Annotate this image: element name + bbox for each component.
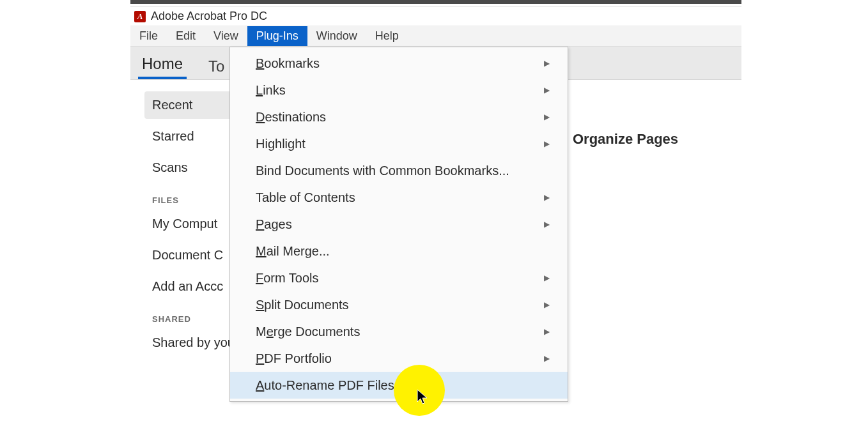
dd-pdf-portfolio[interactable]: PDF Portfolio ▶ xyxy=(230,345,568,372)
acrobat-icon: A xyxy=(134,11,146,22)
dd-destinations[interactable]: Destinations ▶ xyxy=(230,103,568,130)
dd-split-label: plit Documents xyxy=(264,298,348,312)
dd-portfolio-label: DF Portfolio xyxy=(264,351,332,365)
plugins-dropdown: Bookmarks ▶ Links ▶ Destinations ▶ Highl… xyxy=(229,47,568,402)
dd-form-tools[interactable]: Form Tools ▶ xyxy=(230,264,568,291)
dd-toc-label: Table of Contents xyxy=(256,190,355,205)
submenu-arrow-icon: ▶ xyxy=(544,273,550,282)
submenu-arrow-icon: ▶ xyxy=(544,354,550,363)
tool-organize-pages[interactable]: Organize Pages xyxy=(573,131,741,148)
dd-highlight-label: Highlight xyxy=(256,137,306,151)
sidebar-heading-shared: SHARED xyxy=(152,314,239,324)
sidebar-item-add-account[interactable]: Add an Accc xyxy=(144,273,239,300)
dd-formtools-label: orm Tools xyxy=(263,271,318,285)
menu-window[interactable]: Window xyxy=(307,26,366,46)
dd-bind-label: Bind Documents with Common Bookmarks... xyxy=(256,164,509,178)
dd-links-label: inks xyxy=(263,83,286,97)
submenu-arrow-icon: ▶ xyxy=(544,193,550,202)
title-bar: A Adobe Acrobat Pro DC xyxy=(130,7,741,26)
submenu-arrow-icon: ▶ xyxy=(544,220,550,229)
dd-bind-documents[interactable]: Bind Documents with Common Bookmarks... xyxy=(230,157,568,184)
sidebar-item-starred[interactable]: Starred xyxy=(144,123,239,150)
dd-highlight[interactable]: Highlight ▶ xyxy=(230,130,568,157)
menu-help[interactable]: Help xyxy=(366,26,408,46)
sidebar-item-my-computer[interactable]: My Comput xyxy=(144,210,239,238)
sidebar-item-scans[interactable]: Scans xyxy=(144,154,239,181)
menu-view[interactable]: View xyxy=(205,26,247,46)
dd-destinations-label: estinations xyxy=(265,110,326,124)
submenu-arrow-icon: ▶ xyxy=(544,139,550,148)
sidebar-item-recent[interactable]: Recent xyxy=(144,91,239,119)
dd-merge-documents[interactable]: Merge Documents ▶ xyxy=(230,318,568,345)
dd-pages-label: ages xyxy=(264,217,291,231)
dd-autorename-label: uto-Rename PDF Files... xyxy=(264,378,405,392)
app-title: Adobe Acrobat Pro DC xyxy=(151,10,267,23)
tab-tools[interactable]: To xyxy=(205,52,228,79)
home-sidebar: Recent Starred Scans FILES My Comput Doc… xyxy=(130,80,245,427)
sidebar-item-shared-by-you[interactable]: Shared by you xyxy=(144,329,239,356)
dd-mail-merge[interactable]: Mail Merge... xyxy=(230,238,568,264)
app-window: A Adobe Acrobat Pro DC File Edit View Pl… xyxy=(130,6,741,427)
menu-bar: File Edit View Plug-Ins Window Help xyxy=(130,26,741,47)
dd-split-documents[interactable]: Split Documents ▶ xyxy=(230,291,568,318)
sidebar-heading-files: FILES xyxy=(152,195,239,205)
menu-plugins[interactable]: Plug-Ins xyxy=(247,26,307,46)
dd-bookmarks[interactable]: Bookmarks ▶ xyxy=(230,50,568,77)
dd-merge-label: rge Documents xyxy=(274,325,360,339)
window-top-strip xyxy=(130,0,741,4)
tab-home[interactable]: Home xyxy=(138,50,187,79)
dd-auto-rename[interactable]: Auto-Rename PDF Files... xyxy=(230,372,568,399)
submenu-arrow-icon: ▶ xyxy=(544,112,550,121)
sidebar-item-document-cloud[interactable]: Document C xyxy=(144,241,239,269)
submenu-arrow-icon: ▶ xyxy=(544,327,550,336)
dd-pages[interactable]: Pages ▶ xyxy=(230,211,568,238)
dd-links[interactable]: Links ▶ xyxy=(230,77,568,103)
dd-mailmerge-label: ail Merge... xyxy=(267,244,330,258)
menu-file[interactable]: File xyxy=(130,26,167,46)
submenu-arrow-icon: ▶ xyxy=(544,300,550,309)
submenu-arrow-icon: ▶ xyxy=(544,59,550,68)
menu-edit[interactable]: Edit xyxy=(167,26,205,46)
submenu-arrow-icon: ▶ xyxy=(544,86,550,95)
dd-bookmarks-label: ookmarks xyxy=(264,56,320,70)
dd-table-of-contents[interactable]: Table of Contents ▶ xyxy=(230,184,568,211)
